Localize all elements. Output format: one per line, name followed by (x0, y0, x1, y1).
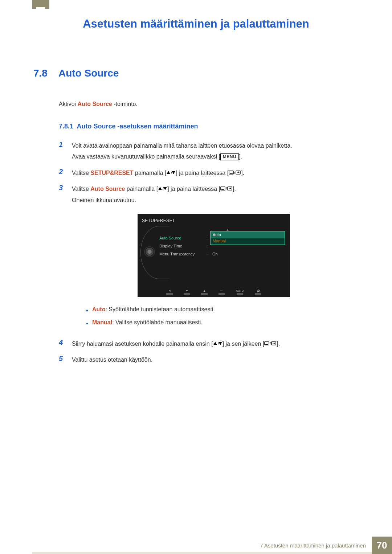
step-5: 5 Valittu asetus otetaan käyttöön. (59, 354, 356, 365)
steps-list: 1 Voit avata avainoppaan painamalla mitä… (59, 140, 356, 366)
step-body: Valitse Auto Source painamalla [/] ja pa… (72, 184, 356, 333)
osd-title: SETUP&RESET (138, 214, 290, 227)
section-number: 7.8 (33, 67, 48, 79)
step-1: 1 Voit avata avainoppaan painamalla mitä… (59, 140, 356, 163)
osd-option-auto: Auto (211, 231, 285, 238)
intro-highlight: Auto Source (78, 101, 112, 107)
osd-label: Menu Transparency (159, 250, 207, 258)
gear-icon (145, 247, 154, 257)
osd-hint-back-icon: ◄ (166, 290, 173, 295)
step-highlight: SETUP&RESET (90, 170, 133, 176)
footer-page-number: 70 (372, 537, 392, 554)
osd-option-manual: Manual (213, 238, 282, 244)
up-down-triangle-icon: / (158, 186, 167, 191)
step-number: 2 (59, 168, 65, 176)
svg-marker-16 (219, 342, 222, 345)
osd-label: Display Time (159, 242, 207, 250)
svg-marker-9 (163, 187, 167, 190)
svg-text:/: / (234, 171, 236, 175)
section-heading: 7.8 Auto Source (33, 67, 356, 79)
chapter-title: Asetusten määrittäminen ja palauttaminen (36, 17, 356, 30)
bullet-manual: Manual: Valitse syöttölähde manuaalisest… (86, 318, 356, 327)
step-number: 3 (59, 184, 65, 192)
step-number: 5 (59, 354, 65, 363)
osd-value: On (210, 250, 285, 258)
source-enter-icon: / (229, 171, 241, 175)
bullet-auto: Auto: Syöttölähde tunnistetaan automaatt… (86, 305, 356, 314)
subsection-heading: 7.8.1 Auto Source -asetuksen määrittämin… (59, 123, 356, 130)
osd-label: Auto Source (159, 234, 207, 242)
svg-rect-4 (230, 173, 233, 174)
osd-row-auto-source: Auto Source : Auto Manual (159, 234, 285, 242)
up-down-triangle-icon: / (213, 341, 222, 346)
up-down-triangle-icon: / (166, 171, 176, 175)
step-4: 4 Siirry haluamasi asetuksen kohdalle pa… (59, 338, 356, 349)
source-enter-icon: / (220, 186, 233, 191)
step-body: Siirry haluamasi asetuksen kohdalle pain… (72, 338, 356, 349)
svg-rect-11 (221, 189, 224, 190)
osd-panel: SETUP&RESET ▲ Auto Source : Auto Manual (138, 214, 290, 297)
section-title: Auto Source (58, 67, 119, 79)
step-body: Valitse SETUP&RESET painamalla [/] ja pa… (72, 168, 356, 178)
osd-body: ▲ Auto Source : Auto Manual Display T (159, 227, 285, 258)
svg-marker-7 (158, 187, 162, 190)
osd-hint-enter-icon: ↵ (219, 290, 225, 295)
step-3: 3 Valitse Auto Source painamalla [/] ja … (59, 184, 356, 333)
step-body: Voit avata avainoppaan painamalla mitä t… (72, 140, 356, 163)
osd-button-hints: ◄ ▼ ▲ ↵ AUTO ⏻ (138, 290, 290, 295)
source-enter-icon: / (264, 341, 277, 346)
svg-marker-14 (213, 342, 217, 345)
svg-rect-18 (265, 344, 268, 345)
osd-dropdown: Auto Manual (210, 231, 285, 245)
osd-hint-up-icon: ▲ (201, 290, 208, 295)
osd-hint-down-icon: ▼ (184, 290, 190, 295)
osd-screenshot: SETUP&RESET ▲ Auto Source : Auto Manual (72, 214, 356, 297)
step-number: 4 (59, 338, 65, 347)
page-content: 7.8 Auto Source Aktivoi Auto Source -toi… (33, 67, 356, 371)
svg-text:/: / (226, 186, 227, 191)
bullet-dot-icon (86, 310, 88, 311)
step-body: Valittu asetus otetaan käyttöön. (72, 354, 356, 365)
footer-chapter-label: 7 Asetusten määrittäminen ja palauttamin… (260, 537, 372, 554)
svg-text:/: / (270, 341, 271, 346)
header-tab-accent (32, 0, 49, 9)
bullet-dot-icon (86, 323, 88, 324)
options-list: Auto: Syöttölähde tunnistetaan automaatt… (86, 305, 356, 327)
page-footer: 7 Asetusten määrittäminen ja palauttamin… (32, 537, 392, 554)
step-2: 2 Valitse SETUP&RESET painamalla [/] ja … (59, 168, 356, 178)
osd-hint-power-icon: ⏻ (255, 290, 261, 295)
svg-marker-2 (172, 171, 175, 174)
osd-row-menu-transparency: Menu Transparency : On (159, 250, 285, 258)
menu-button-icon: MENU (220, 153, 239, 160)
intro-text: Aktivoi Auto Source -toiminto. (59, 101, 356, 107)
step-highlight: Auto Source (90, 186, 125, 192)
osd-hint-auto: AUTO (236, 290, 244, 295)
svg-marker-0 (167, 171, 170, 174)
step-number: 1 (59, 140, 65, 149)
